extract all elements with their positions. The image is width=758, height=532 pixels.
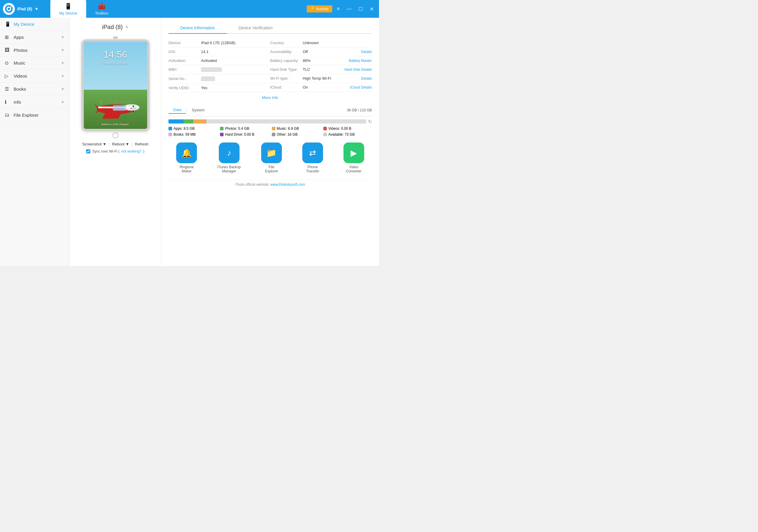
wifi-details-link[interactable]: Details — [361, 76, 372, 81]
device-dropdown[interactable]: ▼ — [35, 7, 39, 11]
icloud-details-link[interactable]: iCloud Details — [350, 85, 372, 89]
ipad-container: 14:56 Friday, 15 January Battery is full… — [82, 36, 150, 138]
storage-legend: Apps: 8.5 GB Photos: 5.4 GB Music: 6.9 G… — [168, 126, 372, 137]
sidebar-item-info[interactable]: ℹ Info ▼ — [0, 96, 69, 109]
music-sidebar-icon: ⊙ — [5, 60, 11, 66]
menu-button[interactable]: ≡ — [334, 5, 342, 13]
serial-field-value: •••••••••• — [201, 76, 215, 81]
serial-field-label: Serial No.: — [168, 76, 201, 81]
screenshot-label: Screenshot — [82, 142, 102, 146]
sidebar-photos-label: Photos — [14, 48, 58, 53]
photos-bar-seg — [184, 119, 193, 124]
main-layout: 📱 My Device ⊞ Apps ▼ 🖼 Photos ▼ ⊙ Music … — [0, 18, 379, 266]
tab-my-device[interactable]: 📱 My Device — [50, 0, 86, 18]
refresh-button[interactable]: Refresh — [135, 142, 149, 146]
quick-action-phone-transfer[interactable]: ⇄ PhoneTransfer — [302, 142, 323, 173]
video-converter-label: VideoConverter — [346, 165, 362, 173]
phone-transfer-label: PhoneTransfer — [306, 165, 319, 173]
info-row-harddisk: Hard Disk Type: TLC Hard Disk Details — [270, 65, 372, 74]
toolbox-tab-icon: 🧰 — [98, 3, 105, 10]
sidebar-item-file-explorer[interactable]: 🗂 File Explorer — [0, 109, 69, 122]
info-row-country: Country: Unknown — [270, 39, 372, 48]
sidebar-item-books[interactable]: ☰ Books ▼ — [0, 83, 69, 96]
tab-toolbox[interactable]: 🧰 Toolbox — [86, 0, 117, 18]
itunes-backup-label: iTunes BackupManager — [217, 165, 241, 173]
battery-master-link[interactable]: Battery Master — [349, 59, 372, 63]
sync-checkbox[interactable] — [86, 149, 90, 154]
quick-action-ringtone[interactable]: 🔔 RingtoneMaker — [176, 142, 197, 173]
available-legend-label: Available: 73 GB — [328, 132, 355, 137]
more-info-button[interactable]: More Info — [168, 92, 372, 103]
sidebar-item-my-device[interactable]: 📱 My Device — [0, 18, 69, 31]
harddrive-legend-dot — [220, 133, 224, 136]
quick-action-itunes[interactable]: ♪ iTunes BackupManager — [217, 142, 241, 173]
photos-sidebar-icon: 🖼 — [5, 48, 11, 53]
sidebar-item-videos[interactable]: ▷ Videos ▼ — [0, 70, 69, 83]
sidebar-item-photos[interactable]: 🖼 Photos ▼ — [0, 44, 69, 56]
legend-apps: Apps: 8.5 GB — [168, 126, 217, 131]
storage-section: Data | System 36 GB / 110 GB ↻ — [168, 106, 372, 137]
tab-device-information[interactable]: Device Information — [168, 22, 227, 34]
quick-action-file-explorer[interactable]: 📁 FileExplorer — [261, 142, 282, 173]
device-info-tabs: Device Information Device Verification — [168, 22, 372, 34]
maximize-button[interactable]: ☐ — [356, 5, 365, 13]
harddisk-details-link[interactable]: Hard Disk Details — [344, 68, 372, 72]
refresh-label: Refresh — [135, 142, 149, 146]
reboot-button[interactable]: Reboot ▼ — [112, 142, 129, 146]
other-legend-dot — [272, 133, 275, 136]
info-row-wifi: Wi-Fi type: High Temp Wi-Fi Details — [270, 74, 372, 83]
ipad-battery-text: Battery is fully charged. — [102, 123, 129, 126]
itunes-backup-icon: ♪ — [219, 142, 240, 163]
other-legend-label: Other: 16 GB — [277, 132, 298, 137]
screenshot-button[interactable]: Screenshot ▼ — [82, 142, 107, 146]
svg-point-12 — [131, 107, 136, 111]
storage-tab-system[interactable]: System — [187, 107, 209, 114]
device-title: iPad (8) ✎ — [102, 24, 128, 30]
storage-total: 36 GB / 110 GB — [347, 108, 372, 112]
info-row-serial: Serial No.: •••••••••• — [168, 74, 270, 84]
logo-icon — [3, 3, 15, 15]
storage-tab-data[interactable]: Data — [168, 106, 186, 114]
not-working-link[interactable]: not working? — [121, 149, 141, 154]
device-field-value: iPad 6 LTE (128GB) — [201, 41, 270, 45]
videos-sidebar-icon: ▷ — [5, 73, 11, 79]
ringtone-maker-icon: 🔔 — [176, 142, 197, 163]
activate-button[interactable]: 🔑 Activate — [307, 5, 332, 13]
sep-2: | — [131, 142, 132, 146]
quick-action-video-converter[interactable]: ▶ VideoConverter — [343, 142, 364, 173]
legend-videos: Videos: 0.00 B — [323, 126, 372, 131]
tab-device-verification[interactable]: Device Verification — [227, 22, 285, 33]
info-row-accessibility: Accessibility: Off Details — [270, 48, 372, 56]
sidebar-item-apps[interactable]: ⊞ Apps ▼ — [0, 31, 69, 44]
refresh-storage-icon[interactable]: ↻ — [368, 119, 372, 124]
device-actions: Screenshot ▼ | Reboot ▼ | Refresh — [82, 142, 149, 146]
apps-legend-dot — [168, 127, 172, 130]
videos-chevron-icon: ▼ — [61, 74, 65, 78]
edit-device-name-icon[interactable]: ✎ — [125, 25, 129, 30]
info-row-ios: iOS: 14.1 — [168, 48, 270, 56]
info-row-imei: IMEI: •••••••••••••••• — [168, 65, 270, 74]
accessibility-details-link[interactable]: Details — [361, 50, 372, 54]
info-left-col: Device: iPad 6 LTE (128GB) iOS: 14.1 Act… — [168, 39, 270, 92]
sidebar-videos-label: Videos — [14, 73, 58, 79]
udid-field-label: Verify UDID: — [168, 86, 201, 90]
sync-row: Sync over Wi-Fi ( not working? ) — [86, 149, 144, 154]
close-button[interactable]: ✕ — [367, 5, 376, 13]
sidebar-item-music[interactable]: ⊙ Music ▼ — [0, 56, 69, 70]
videos-legend-label: Videos: 0.00 B — [328, 126, 352, 131]
udid-field-value: Yes — [201, 86, 270, 90]
music-legend-dot — [272, 127, 275, 130]
legend-music: Music: 6.9 GB — [272, 126, 320, 131]
sidebar-file-explorer-label: File Explorer — [14, 113, 65, 118]
file-explorer-label: FileExplorer — [265, 165, 278, 173]
info-right-col: Country: Unknown Accessibility: Off Deta… — [270, 39, 372, 92]
sidebar-music-label: Music — [14, 60, 58, 65]
harddisk-field-value: TLC — [303, 67, 343, 72]
minimize-button[interactable]: — — [344, 5, 354, 13]
footer-link[interactable]: www.thinkskysoft.com — [270, 183, 305, 187]
legend-available: Available: 73 GB — [323, 132, 372, 137]
legend-harddrive: Hard Drive: 0.00 B — [220, 132, 268, 137]
legend-other: Other: 16 GB — [272, 132, 320, 137]
toolbox-tab-label: Toolbox — [95, 11, 108, 16]
device-info-grid: Device: iPad 6 LTE (128GB) iOS: 14.1 Act… — [168, 39, 372, 92]
